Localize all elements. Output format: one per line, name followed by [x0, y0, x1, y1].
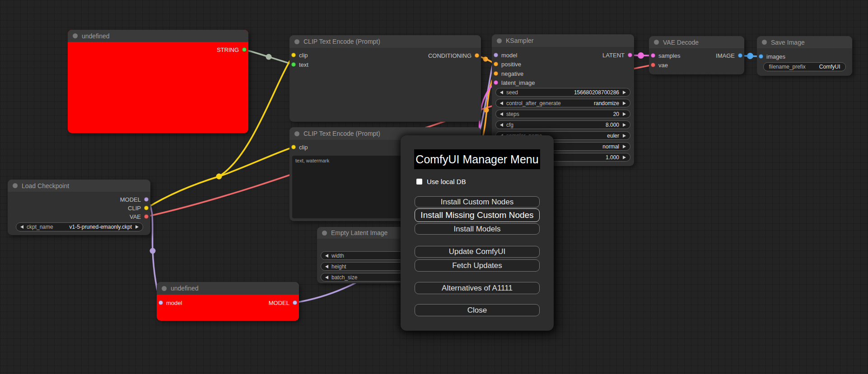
- use-local-db-checkbox[interactable]: [416, 179, 422, 185]
- increment-arrow-icon[interactable]: [623, 134, 626, 138]
- node-vae-decode[interactable]: VAE Decode samples vae IMAGE: [649, 36, 744, 74]
- node-header[interactable]: CLIP Text Encode (Prompt): [289, 35, 481, 48]
- output-slot-model[interactable]: MODEL: [120, 196, 149, 203]
- reroute-dot-image[interactable]: [747, 53, 753, 59]
- node-load-checkpoint[interactable]: Load Checkpoint MODEL CLIP VAE ckpt_name…: [8, 180, 150, 235]
- slot-label: IMAGE: [716, 52, 735, 59]
- input-slot-negative[interactable]: negative: [494, 70, 523, 77]
- image-slot-dot[interactable]: [759, 54, 763, 59]
- node-header[interactable]: VAE Decode: [649, 36, 744, 48]
- widget-ckpt-name[interactable]: ckpt_name v1-5-pruned-emaonly.ckpt: [16, 222, 143, 231]
- input-slot-samples[interactable]: samples: [651, 52, 680, 59]
- node-undefined-top[interactable]: undefined STRING: [68, 30, 248, 133]
- increment-arrow-icon[interactable]: [135, 225, 139, 229]
- node-header[interactable]: undefined: [157, 282, 299, 295]
- collapse-dot-icon[interactable]: [73, 33, 78, 38]
- node-header[interactable]: undefined: [68, 30, 248, 42]
- decrement-arrow-icon[interactable]: [500, 112, 503, 116]
- input-slot-images[interactable]: images: [759, 53, 785, 60]
- output-slot-vae[interactable]: VAE: [130, 213, 149, 220]
- increment-arrow-icon[interactable]: [623, 123, 626, 127]
- text-slot-dot[interactable]: [291, 62, 296, 67]
- output-slot-string[interactable]: STRING: [217, 46, 247, 53]
- input-slot-model[interactable]: model: [494, 51, 517, 59]
- output-slot-model[interactable]: MODEL: [269, 299, 297, 306]
- reroute-dot-model[interactable]: [150, 248, 156, 254]
- input-slot-model[interactable]: model: [159, 299, 182, 306]
- node-header[interactable]: KSampler: [492, 34, 634, 47]
- install-models-button[interactable]: Install Models: [415, 223, 540, 235]
- decrement-arrow-icon[interactable]: [325, 265, 328, 268]
- increment-arrow-icon[interactable]: [623, 145, 626, 148]
- collapse-dot-icon[interactable]: [654, 40, 659, 45]
- collapse-dot-icon[interactable]: [762, 40, 767, 45]
- node-clip-text-encode-positive[interactable]: CLIP Text Encode (Prompt) clip text COND…: [289, 35, 481, 122]
- output-slot-latent[interactable]: LATENT: [602, 51, 632, 59]
- decrement-arrow-icon[interactable]: [325, 276, 328, 279]
- reroute-dot-clip[interactable]: [216, 174, 222, 180]
- collapse-dot-icon[interactable]: [294, 131, 299, 136]
- input-slot-positive[interactable]: positive: [494, 60, 521, 68]
- node-graph-canvas[interactable]: undefined STRING CLIP Text Encode (Promp…: [0, 0, 868, 374]
- input-slot-clip[interactable]: clip: [291, 143, 308, 151]
- clip-slot-dot[interactable]: [291, 145, 296, 149]
- decrement-arrow-icon[interactable]: [500, 102, 503, 105]
- conditioning-slot-dot[interactable]: [475, 53, 479, 58]
- input-slot-clip[interactable]: clip: [291, 51, 308, 59]
- increment-arrow-icon[interactable]: [623, 91, 626, 94]
- latent-slot-dot[interactable]: [628, 53, 632, 57]
- decrement-arrow-icon[interactable]: [500, 91, 503, 94]
- decrement-arrow-icon[interactable]: [500, 123, 503, 127]
- decrement-arrow-icon[interactable]: [20, 225, 23, 229]
- output-slot-clip[interactable]: CLIP: [128, 204, 149, 212]
- collapse-dot-icon[interactable]: [497, 38, 502, 43]
- install-missing-custom-nodes-button[interactable]: Install Missing Custom Nodes: [415, 208, 540, 222]
- reroute-dot-latent[interactable]: [638, 52, 644, 59]
- node-header[interactable]: Load Checkpoint: [8, 180, 150, 192]
- increment-arrow-icon[interactable]: [623, 102, 626, 105]
- fetch-updates-button[interactable]: Fetch Updates: [415, 259, 540, 272]
- model-slot-dot[interactable]: [144, 197, 149, 202]
- collapse-dot-icon[interactable]: [322, 231, 327, 235]
- conditioning-slot-dot[interactable]: [494, 62, 498, 66]
- clip-slot-dot[interactable]: [144, 206, 149, 210]
- decrement-arrow-icon[interactable]: [325, 254, 328, 258]
- widget-cfg[interactable]: cfg 8.000: [495, 120, 630, 129]
- increment-arrow-icon[interactable]: [623, 156, 626, 159]
- model-slot-dot[interactable]: [159, 300, 163, 305]
- vae-slot-dot[interactable]: [651, 63, 655, 67]
- conditioning-slot-dot[interactable]: [494, 71, 498, 76]
- output-slot-image[interactable]: IMAGE: [716, 52, 742, 59]
- collapse-dot-icon[interactable]: [294, 39, 299, 44]
- collapse-dot-icon[interactable]: [13, 183, 18, 188]
- widget-seed[interactable]: seed 156680208700286: [495, 88, 630, 97]
- clip-slot-dot[interactable]: [291, 53, 296, 57]
- input-slot-latent-image[interactable]: latent_image: [494, 79, 535, 86]
- widget-control-after-generate[interactable]: control_after_generate randomize: [495, 99, 630, 107]
- latent-slot-dot[interactable]: [494, 80, 498, 85]
- node-undefined-bottom[interactable]: undefined model MODEL: [157, 282, 299, 321]
- node-save-image[interactable]: Save Image images filename_prefix ComfyU…: [757, 36, 852, 76]
- input-slot-vae[interactable]: vae: [651, 61, 668, 69]
- use-local-db-row[interactable]: Use local DB: [416, 178, 466, 185]
- increment-arrow-icon[interactable]: [623, 112, 626, 116]
- latent-slot-dot[interactable]: [651, 53, 655, 58]
- output-slot-conditioning[interactable]: CONDITIONING: [428, 52, 479, 59]
- collapse-dot-icon[interactable]: [162, 286, 167, 291]
- model-slot-dot[interactable]: [293, 300, 297, 305]
- update-comfyui-button[interactable]: Update ComfyUI: [415, 246, 540, 258]
- reroute-dot-cond-neg[interactable]: [484, 108, 489, 113]
- install-custom-nodes-button[interactable]: Install Custom Nodes: [415, 196, 540, 208]
- model-slot-dot[interactable]: [494, 53, 498, 57]
- reroute-dot-string[interactable]: [266, 54, 272, 60]
- node-header[interactable]: Save Image: [757, 36, 852, 48]
- alternatives-of-a1111-button[interactable]: Alternatives of A1111: [415, 282, 540, 294]
- widget-steps[interactable]: steps 20: [495, 110, 630, 118]
- vae-slot-dot[interactable]: [144, 214, 149, 219]
- close-button[interactable]: Close: [415, 304, 540, 316]
- image-slot-dot[interactable]: [738, 53, 742, 58]
- string-slot-dot[interactable]: [242, 47, 247, 52]
- widget-filename-prefix[interactable]: filename_prefix ComfyUI: [763, 62, 846, 71]
- reroute-dot-cond-pos[interactable]: [483, 57, 488, 62]
- input-slot-text[interactable]: text: [291, 61, 308, 68]
